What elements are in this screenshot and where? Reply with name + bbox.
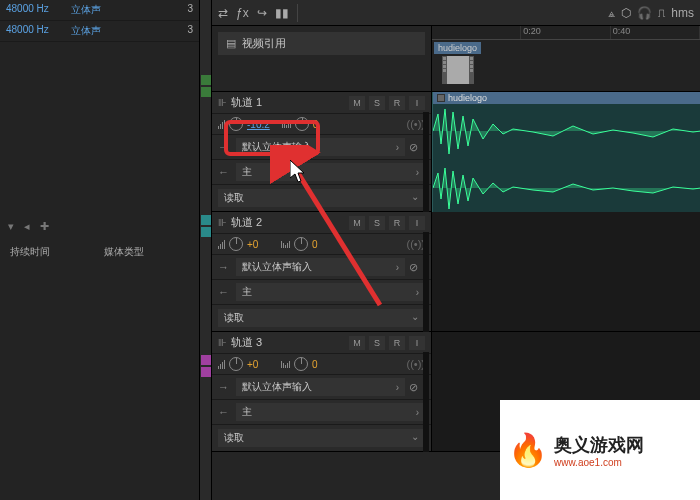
volume-bars-icon	[218, 240, 225, 249]
metronome-icon[interactable]: ⟁	[608, 6, 615, 20]
track1-color[interactable]	[201, 87, 211, 97]
pan-knob[interactable]	[294, 357, 308, 371]
output-arrow-icon[interactable]: ←	[218, 286, 232, 298]
track3-color[interactable]	[201, 367, 211, 377]
input-select[interactable]: 默认立体声输入›	[236, 378, 405, 396]
channel-count: 3	[128, 3, 193, 17]
ruler-tick	[432, 26, 521, 39]
track-lane[interactable]: hudielogo	[432, 92, 700, 211]
record-button[interactable]: R	[389, 96, 405, 110]
track-name[interactable]: 轨道 1	[231, 95, 345, 110]
send-icon[interactable]: ↪	[257, 6, 267, 20]
add-icon[interactable]: ✚	[40, 220, 49, 233]
channel-mode: 立体声	[71, 3, 127, 17]
swap-icon[interactable]: ⇄	[218, 6, 228, 20]
headphones-icon[interactable]: 🎧	[637, 6, 652, 20]
track1-color[interactable]	[201, 75, 211, 85]
clip-name: hudielogo	[448, 93, 487, 103]
watermark: 🔥 奥义游戏网 www.aoe1.com	[500, 400, 700, 500]
video-clip-label: hudielogo	[434, 42, 481, 54]
input-arrow-icon[interactable]: →	[218, 261, 232, 273]
input-arrow-icon[interactable]: →	[218, 381, 232, 393]
volume-value[interactable]: -10.2	[247, 119, 270, 130]
track-name[interactable]: 轨道 2	[231, 215, 345, 230]
solo-button[interactable]: S	[369, 96, 385, 110]
track-lane[interactable]	[432, 212, 700, 331]
media-tools: ▾ ◂ ✚	[0, 212, 199, 241]
volume-knob[interactable]	[229, 117, 243, 131]
pan-value[interactable]: 0	[312, 359, 334, 370]
levels-icon[interactable]: ▮▮	[275, 6, 289, 20]
mute-button[interactable]: M	[349, 336, 365, 350]
automation-mode-select[interactable]: 读取⌄	[218, 309, 425, 327]
pan-value[interactable]: 0	[312, 239, 334, 250]
audio-clip[interactable]: hudielogo	[432, 92, 700, 222]
cursor-icon	[290, 160, 308, 184]
volume-row: -10.2 0 ((•))	[212, 114, 431, 135]
video-thumbnail[interactable]	[442, 56, 474, 84]
pan-knob[interactable]	[295, 117, 309, 131]
automation-mode-select[interactable]: 读取⌄	[218, 189, 425, 207]
pan-bars-icon	[281, 361, 290, 368]
input-button[interactable]: I	[409, 216, 425, 230]
fx-icon[interactable]: ƒx	[236, 6, 249, 20]
ruler-tick: 0:40	[611, 26, 700, 39]
solo-button[interactable]: S	[369, 336, 385, 350]
track3-color[interactable]	[201, 355, 211, 365]
watermark-url: www.aoe1.com	[554, 457, 644, 468]
duration-header[interactable]: 持续时间	[10, 245, 104, 259]
timeline-ruler-area[interactable]: 0:20 0:40 hudielogo	[432, 26, 700, 91]
track-name[interactable]: 轨道 3	[231, 335, 345, 350]
volume-knob[interactable]	[229, 357, 243, 371]
output-select[interactable]: 主›	[236, 283, 425, 301]
pan-bars-icon	[282, 121, 291, 128]
media-row[interactable]: 48000 Hz 立体声 3	[0, 0, 199, 21]
output-arrow-icon[interactable]: ←	[218, 166, 232, 178]
record-button[interactable]: R	[389, 216, 405, 230]
volume-knob[interactable]	[229, 237, 243, 251]
record-button[interactable]: R	[389, 336, 405, 350]
time-ruler[interactable]: 0:20 0:40	[432, 26, 700, 40]
media-row[interactable]: 48000 Hz 立体声 3	[0, 21, 199, 42]
pan-knob[interactable]	[294, 237, 308, 251]
input-button[interactable]: I	[409, 336, 425, 350]
pan-value[interactable]: 0	[313, 119, 335, 130]
solo-button[interactable]: S	[369, 216, 385, 230]
media-type-header[interactable]: 媒体类型	[104, 245, 189, 259]
prev-icon[interactable]: ◂	[24, 220, 30, 233]
volume-value[interactable]: +0	[247, 359, 269, 370]
track-waveform-icon: ⊪	[218, 97, 227, 108]
track-2: ⊪轨道 2MSRI +00((•)) →默认立体声输入›⊘ ←主› 读取⌄	[212, 212, 700, 332]
output-select[interactable]: 主›	[236, 163, 425, 181]
snap-icon[interactable]: ⬡	[621, 6, 631, 20]
sample-rate: 48000 Hz	[6, 3, 71, 17]
media-table: 48000 Hz 立体声 3 48000 Hz 立体声 3	[0, 0, 199, 42]
watermark-logo-icon: 🔥	[508, 431, 548, 469]
output-select[interactable]: 主›	[236, 403, 425, 421]
ruler-tick: 0:20	[521, 26, 610, 39]
input-arrow-icon[interactable]: →	[218, 141, 232, 153]
track2-color[interactable]	[201, 227, 211, 237]
mic-icon[interactable]: ⎍	[658, 6, 665, 20]
input-select[interactable]: 默认立体声输入›	[236, 258, 405, 276]
mute-button[interactable]: M	[349, 96, 365, 110]
waveform-upper	[433, 104, 700, 159]
volume-bars-icon	[218, 120, 225, 129]
volume-bars-icon	[218, 360, 225, 369]
film-icon: ▤	[226, 37, 236, 50]
volume-value[interactable]: +0	[247, 239, 269, 250]
track2-color[interactable]	[201, 215, 211, 225]
timeline-header: ▤ 视频引用 0:20 0:40 hudielogo	[212, 26, 700, 92]
mute-button[interactable]: M	[349, 216, 365, 230]
waveform-lower	[433, 161, 700, 216]
clip-checkbox[interactable]	[437, 94, 445, 102]
input-select[interactable]: 默认立体声输入›	[236, 138, 405, 156]
video-reference-row[interactable]: ▤ 视频引用	[218, 32, 425, 55]
track-waveform-icon: ⊪	[218, 217, 227, 228]
track-header: ⊪ 轨道 1 M S R I	[212, 92, 431, 114]
hms-label[interactable]: hms	[671, 6, 694, 20]
input-button[interactable]: I	[409, 96, 425, 110]
automation-mode-select[interactable]: 读取⌄	[218, 429, 425, 447]
output-arrow-icon[interactable]: ←	[218, 406, 232, 418]
filter-icon[interactable]: ▾	[8, 220, 14, 233]
